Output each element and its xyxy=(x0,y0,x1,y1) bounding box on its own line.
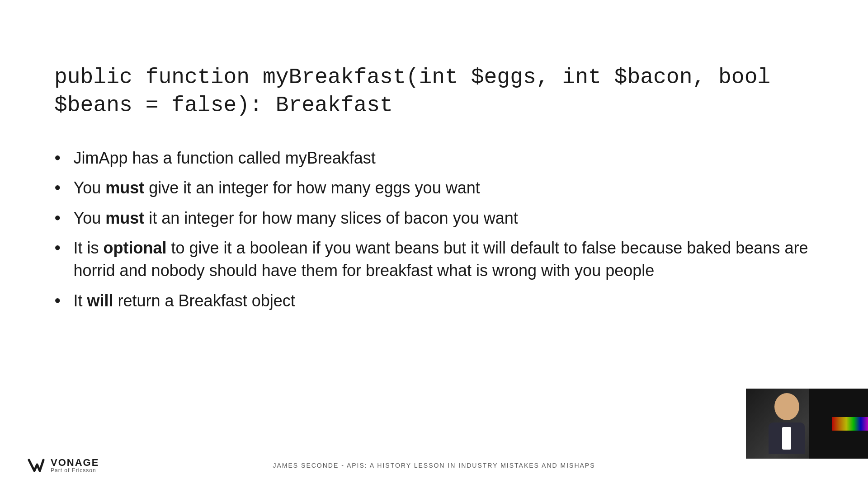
bullet-item-3: You must it an integer for how many slic… xyxy=(54,207,814,230)
person-silhouette xyxy=(760,389,814,459)
code-line-1: public function myBreakfast(int $eggs, i… xyxy=(54,63,814,91)
bullet-text-4: It is optional to give it a boolean if y… xyxy=(74,237,814,282)
bullet-item-5: It will return a Breakfast object xyxy=(54,290,814,312)
person-head xyxy=(774,393,799,420)
bold-will: will xyxy=(87,291,113,310)
slide-container: public function myBreakfast(int $eggs, i… xyxy=(0,0,868,488)
bullet-text-5: It will return a Breakfast object xyxy=(74,290,814,312)
bullet-text-1: JimApp has a function called myBreakfast xyxy=(74,147,814,169)
code-block: public function myBreakfast(int $eggs, i… xyxy=(54,63,814,120)
bullet-item-2: You must give it an integer for how many… xyxy=(54,177,814,199)
code-line-2: $beans = false): Breakfast xyxy=(54,91,814,119)
person-body xyxy=(769,422,805,454)
webcam-overlay xyxy=(746,389,868,459)
bold-must-2: must xyxy=(105,209,144,227)
vonage-text: VONAGE Part of Ericsson xyxy=(51,458,99,473)
bold-must-1: must xyxy=(105,178,144,197)
vonage-logo: VONAGE Part of Ericsson xyxy=(27,456,99,474)
bullet-text-2: You must give it an integer for how many… xyxy=(74,177,814,199)
footer: VONAGE Part of Ericsson JAMES SECONDE - … xyxy=(0,456,868,474)
vonage-sub-text: Part of Ericsson xyxy=(51,468,99,473)
person-shirt-detail xyxy=(782,427,791,450)
vonage-v-icon xyxy=(27,456,45,474)
webcam-bg-dark xyxy=(809,389,868,459)
vonage-brand-name: VONAGE xyxy=(51,458,99,468)
bullet-item-4: It is optional to give it a boolean if y… xyxy=(54,237,814,282)
bold-optional: optional xyxy=(104,239,167,257)
bullet-text-3: You must it an integer for how many slic… xyxy=(74,207,814,230)
bullet-item-1: JimApp has a function called myBreakfast xyxy=(54,147,814,169)
webcam-inner xyxy=(746,389,868,459)
bullet-list: JimApp has a function called myBreakfast… xyxy=(54,147,814,312)
presentation-title: JAMES SECONDE - APIS: A HISTORY LESSON I… xyxy=(273,462,595,469)
colorful-strip xyxy=(832,417,868,431)
